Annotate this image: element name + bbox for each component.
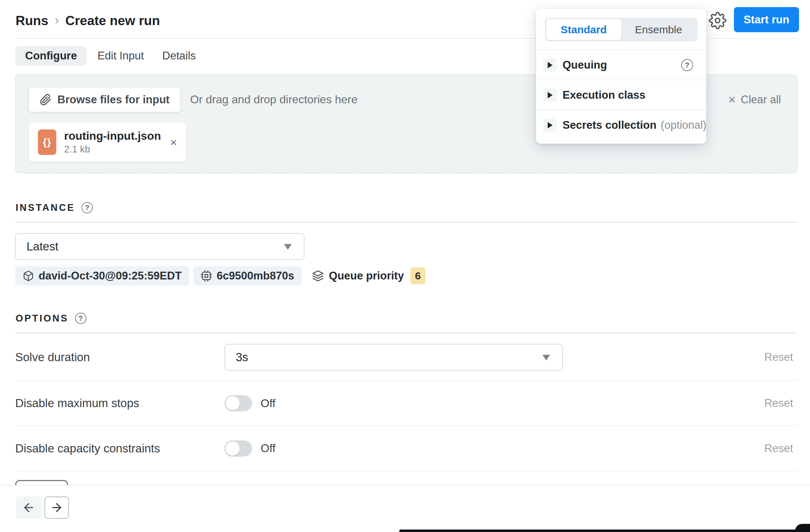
paperclip-icon: [40, 94, 52, 106]
disable-capacity-constraints-state: Off: [261, 442, 275, 455]
tab-bar: Configure Edit Input Details: [15, 46, 204, 65]
create-new-run-page: Runs › Create new run Start run Configur…: [0, 0, 810, 532]
breadcrumb-separator-icon: ›: [55, 13, 59, 29]
browse-files-button[interactable]: Browse files for input: [28, 87, 181, 112]
chevron-down-icon: [284, 244, 292, 250]
file-name: routing-input.json: [64, 129, 161, 143]
disable-capacity-constraints-toggle[interactable]: [224, 440, 252, 457]
options-section-label: OPTIONS: [16, 313, 69, 324]
chevron-right-icon: [548, 122, 553, 128]
disable-maximum-stops-state: Off: [261, 397, 275, 410]
queue-priority-label: Queue priority: [329, 270, 404, 282]
json-file-icon: {}: [38, 129, 56, 155]
instance-meta-row: david-Oct-30@09:25:59EDT 6c9500mb870s: [15, 266, 426, 285]
instance-section-header: INSTANCE ?: [16, 202, 93, 213]
options-help-icon[interactable]: ?: [75, 313, 86, 324]
option-row-disable-maximum-stops: Disable maximum stops Off Reset: [15, 381, 798, 426]
solve-duration-reset[interactable]: Reset: [764, 351, 798, 364]
disable-capacity-constraints-reset[interactable]: Reset: [764, 442, 798, 455]
instance-version-chip: david-Oct-30@09:25:59EDT: [15, 266, 189, 285]
clear-all-label: Clear all: [741, 93, 781, 106]
file-meta: routing-input.json 2.1 kb: [64, 129, 161, 155]
instance-divider: [15, 222, 798, 223]
remove-file-icon[interactable]: ×: [170, 136, 177, 148]
disable-maximum-stops-toggle-group: Off: [224, 395, 275, 411]
breadcrumb-runs[interactable]: Runs: [16, 13, 49, 28]
breadcrumb: Runs › Create new run: [16, 13, 160, 29]
disable-capacity-constraints-toggle-group: Off: [224, 440, 275, 457]
solve-duration-label: Solve duration: [15, 351, 224, 364]
instance-select-value: Latest: [27, 240, 58, 253]
package-icon: [23, 270, 34, 282]
tab-configure[interactable]: Configure: [15, 46, 87, 65]
instance-id-chip: 6c9500mb870s: [193, 266, 302, 285]
options-section-header: OPTIONS ?: [16, 313, 86, 324]
chevron-down-icon: [542, 355, 550, 360]
instance-version-label: david-Oct-30@09:25:59EDT: [39, 270, 182, 282]
option-row-solve-duration: Solve duration 3s Reset: [15, 334, 798, 380]
run-type-panel: Standard Ensemble Queuing ? Execution cl…: [536, 9, 706, 144]
chevron-right-icon: [548, 62, 553, 68]
tab-details[interactable]: Details: [154, 46, 204, 65]
segment-standard[interactable]: Standard: [546, 19, 621, 40]
settings-gear-icon[interactable]: [709, 12, 726, 29]
uploaded-file-card: {} routing-input.json 2.1 kb ×: [28, 122, 187, 162]
page-title: Create new run: [65, 13, 160, 28]
expand-execution-class-button[interactable]: [543, 88, 557, 102]
arrow-left-icon: [22, 501, 35, 514]
expand-secrets-button[interactable]: [543, 118, 557, 132]
panel-row-execution-class[interactable]: Execution class: [536, 80, 706, 110]
run-type-segment-wrap: Standard Ensemble: [536, 9, 706, 50]
instance-section-label: INSTANCE: [16, 202, 75, 213]
tab-edit-input[interactable]: Edit Input: [90, 46, 152, 65]
panel-row-secrets-collection[interactable]: Secrets collection (optional): [536, 110, 706, 140]
row-divider: [15, 470, 798, 471]
clear-all-x-icon: ×: [728, 93, 736, 106]
layers-icon: [312, 270, 324, 282]
queuing-label: Queuing: [563, 59, 607, 71]
expand-queuing-button[interactable]: [543, 58, 557, 72]
footer: [0, 485, 810, 532]
disable-maximum-stops-label: Disable maximum stops: [15, 397, 224, 410]
file-size: 2.1 kb: [64, 144, 161, 155]
panel-row-queuing[interactable]: Queuing ?: [536, 50, 706, 80]
disable-maximum-stops-toggle[interactable]: [224, 395, 252, 411]
start-run-button[interactable]: Start run: [734, 7, 799, 32]
toggle-knob: [226, 396, 240, 410]
cpu-icon: [201, 270, 212, 282]
back-button[interactable]: [16, 496, 41, 519]
instance-select[interactable]: Latest: [15, 233, 304, 260]
queue-priority-badge: 6: [410, 267, 426, 284]
arrow-right-icon: [50, 501, 63, 514]
segment-ensemble[interactable]: Ensemble: [621, 19, 696, 40]
solve-duration-select[interactable]: 3s: [224, 344, 563, 371]
instance-id-label: 6c9500mb870s: [217, 270, 294, 282]
option-row-disable-capacity-constraints: Disable capacity constraints Off Reset: [15, 426, 798, 470]
secrets-collection-label: Secrets collection: [563, 119, 656, 132]
next-button[interactable]: [44, 496, 69, 519]
instance-help-icon[interactable]: ?: [81, 202, 93, 213]
options-divider: [15, 332, 798, 334]
disable-capacity-constraints-label: Disable capacity constraints: [15, 442, 224, 455]
bottom-overlay-bar: [399, 530, 810, 532]
browse-files-label: Browse files for input: [57, 93, 170, 106]
queue-priority: Queue priority 6: [306, 267, 426, 284]
chevron-right-icon: [548, 92, 553, 98]
queuing-help-icon[interactable]: ?: [681, 59, 693, 71]
clear-all-button[interactable]: × Clear all: [728, 93, 781, 106]
secrets-optional-label: (optional): [661, 119, 706, 132]
disable-maximum-stops-reset[interactable]: Reset: [764, 397, 798, 410]
drag-drop-hint: Or drag and drop directories here: [190, 93, 358, 106]
solve-duration-value: 3s: [236, 351, 248, 364]
run-type-segmented-control: Standard Ensemble: [545, 18, 697, 41]
toggle-knob: [226, 441, 240, 456]
execution-class-label: Execution class: [563, 89, 645, 102]
